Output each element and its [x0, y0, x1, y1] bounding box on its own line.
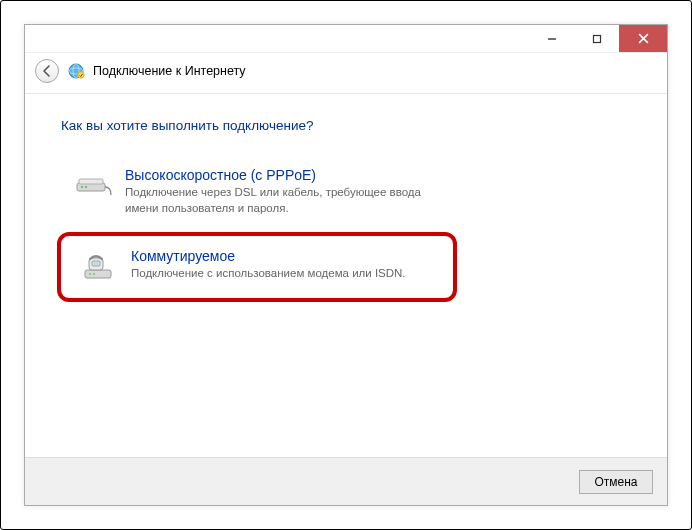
outer-frame: Подключение к Интернету Как вы хотите вы… [0, 0, 692, 530]
globe-icon [67, 62, 85, 80]
svg-point-11 [85, 186, 87, 188]
minimize-button[interactable] [529, 25, 574, 52]
svg-rect-1 [593, 35, 600, 42]
dialup-phone-icon [79, 248, 119, 286]
cancel-button[interactable]: Отмена [579, 470, 653, 494]
option-pppoe[interactable]: Высокоскоростное (с PPPoE) Подключение ч… [61, 159, 461, 224]
window-title: Подключение к Интернету [93, 64, 246, 78]
content-area: Как вы хотите выполнить подключение? Выс… [25, 94, 667, 457]
svg-point-16 [93, 273, 95, 275]
svg-rect-14 [92, 261, 100, 266]
option-dialup-desc: Подключение с использованием модема или … [131, 266, 435, 282]
svg-point-10 [81, 186, 83, 188]
svg-point-7 [78, 72, 84, 78]
option-pppoe-desc: Подключение через DSL или кабель, требую… [125, 185, 449, 216]
page-question: Как вы хотите выполнить подключение? [61, 118, 631, 133]
svg-rect-9 [79, 179, 103, 184]
option-dialup[interactable]: Коммутируемое Подключение с использовани… [67, 240, 447, 294]
svg-point-15 [89, 273, 91, 275]
option-dialup-title: Коммутируемое [131, 248, 435, 264]
close-button[interactable] [619, 25, 667, 52]
maximize-button[interactable] [574, 25, 619, 52]
dialog-window: Подключение к Интернету Как вы хотите вы… [24, 24, 668, 506]
modem-cable-icon [73, 167, 113, 216]
svg-rect-12 [85, 270, 111, 278]
highlight-frame: Коммутируемое Подключение с использовани… [57, 232, 457, 302]
titlebar [25, 25, 667, 53]
button-bar: Отмена [25, 457, 667, 505]
option-pppoe-texts: Высокоскоростное (с PPPoE) Подключение ч… [125, 167, 449, 216]
option-pppoe-title: Высокоскоростное (с PPPoE) [125, 167, 449, 183]
option-dialup-texts: Коммутируемое Подключение с использовани… [131, 248, 435, 286]
wizard-header: Подключение к Интернету [25, 53, 667, 94]
back-button[interactable] [35, 59, 59, 83]
